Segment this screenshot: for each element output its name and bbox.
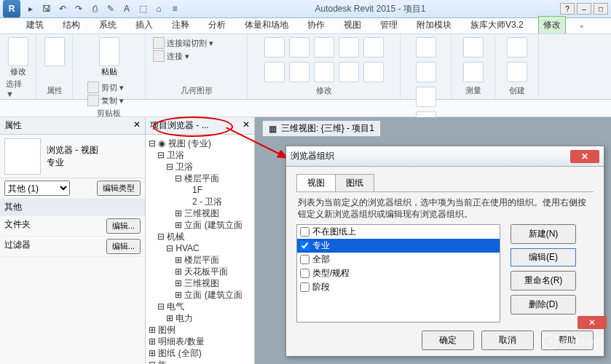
tree-item[interactable]: ⊞ 图纸 (全部) bbox=[149, 347, 251, 359]
m5-icon[interactable] bbox=[363, 37, 384, 58]
tab-modify[interactable]: 修改 bbox=[538, 16, 566, 33]
m1-icon[interactable] bbox=[264, 37, 285, 58]
v2-icon[interactable] bbox=[416, 62, 436, 82]
v1-icon[interactable] bbox=[416, 37, 436, 58]
tab-insert[interactable]: 插入 bbox=[131, 17, 157, 33]
app-logo[interactable]: R bbox=[3, 0, 20, 17]
instance-selector[interactable]: 其他 (1) bbox=[4, 181, 70, 196]
org-option[interactable]: 全部 bbox=[297, 253, 500, 266]
tab-struct[interactable]: 结构 bbox=[58, 17, 84, 33]
m2-icon[interactable] bbox=[289, 37, 310, 58]
org-option[interactable]: 类型/规程 bbox=[297, 266, 500, 280]
save-icon[interactable]: 🖫 bbox=[41, 3, 52, 15]
dialog-tab-sheet[interactable]: 图纸 bbox=[335, 174, 374, 191]
org-option[interactable]: 专业 bbox=[297, 239, 500, 253]
browser-close-icon[interactable]: ✕ bbox=[243, 119, 250, 132]
tab-mass[interactable]: 体量和场地 bbox=[240, 17, 293, 33]
open-icon[interactable]: ▸ bbox=[25, 3, 36, 15]
filters-edit-button[interactable]: 编辑... bbox=[106, 239, 141, 254]
arrow-icon[interactable]: ✎ bbox=[105, 3, 117, 15]
tree-item[interactable]: ⊞ 立面 (建筑立面 bbox=[149, 289, 251, 301]
m7-icon[interactable] bbox=[289, 62, 310, 82]
tree-item[interactable]: ⊟ HVAC bbox=[149, 242, 251, 254]
paste-icon[interactable] bbox=[99, 37, 119, 66]
cr2-icon[interactable] bbox=[507, 62, 527, 82]
m6-icon[interactable] bbox=[264, 62, 285, 82]
cube-icon[interactable]: ⬚ bbox=[137, 3, 149, 15]
tab-analyze[interactable]: 分析 bbox=[204, 17, 230, 33]
tree-item[interactable]: ⊟ 族 bbox=[149, 359, 251, 364]
dialog-tab-view[interactable]: 视图 bbox=[296, 174, 336, 191]
cancel-button[interactable]: 取消 bbox=[481, 331, 534, 350]
help-icon[interactable]: ? bbox=[560, 3, 575, 15]
tree-item[interactable]: ⊞ 立面 (建筑立面 bbox=[149, 219, 251, 231]
tab-sys[interactable]: 系统 bbox=[95, 17, 121, 33]
m8-icon[interactable] bbox=[314, 62, 334, 82]
meas2-icon[interactable] bbox=[463, 62, 484, 82]
print-icon[interactable]: ⎙ bbox=[89, 3, 100, 15]
tree-item[interactable]: 1F bbox=[149, 184, 251, 196]
m4-icon[interactable] bbox=[339, 37, 359, 58]
v3-icon[interactable] bbox=[416, 87, 436, 107]
folder-edit-button[interactable]: 编辑... bbox=[106, 218, 141, 234]
unjoin-button[interactable]: 连接 ▾ bbox=[153, 50, 240, 62]
org-option[interactable]: 阶段 bbox=[297, 280, 500, 294]
new-button[interactable]: 新建(N) bbox=[511, 224, 576, 244]
props-icon[interactable] bbox=[44, 37, 65, 66]
help-button[interactable]: 帮助 bbox=[541, 331, 594, 350]
m9-icon[interactable] bbox=[339, 62, 359, 82]
meas1-icon[interactable] bbox=[463, 37, 484, 58]
view-tab[interactable]: ▦ 三维视图: {三维} - 项目1 bbox=[262, 120, 381, 137]
tree-item[interactable]: ⊟ 卫浴 bbox=[149, 161, 251, 173]
tree-item[interactable]: ⊞ 明细表/数量 bbox=[149, 336, 251, 347]
minimize-icon[interactable]: – bbox=[577, 3, 591, 15]
tree-item[interactable]: ⊞ 三维视图 bbox=[149, 207, 251, 219]
group-modify-label: 修改 bbox=[316, 84, 332, 96]
edit-type-button[interactable]: 编辑类型 bbox=[97, 181, 141, 196]
tab-collab[interactable]: 协作 bbox=[303, 17, 329, 33]
align-icon[interactable]: ≡ bbox=[169, 3, 181, 15]
properties-close-icon[interactable]: ✕ bbox=[133, 119, 141, 132]
tree-item[interactable]: ⊞ 三维视图 bbox=[149, 277, 251, 289]
delete-button[interactable]: 删除(D) bbox=[511, 295, 576, 314]
home-icon[interactable]: ⌂ bbox=[153, 3, 165, 15]
browser-tree[interactable]: ⊟ ◉ 视图 (专业) ⊟ 卫浴 ⊟ 卫浴 ⊟ 楼层平面 1F 2 - 卫浴 ⊞… bbox=[146, 135, 254, 364]
org-list[interactable]: 不在图纸上专业全部类型/规程阶段 bbox=[296, 224, 500, 323]
tab-extra-icon[interactable]: ▫ bbox=[576, 19, 588, 33]
tree-item[interactable]: ⊞ 天花板平面 bbox=[149, 266, 251, 277]
tree-item[interactable]: ⊞ 电力 bbox=[149, 312, 251, 324]
tree-item[interactable]: ⊞ 图例 bbox=[149, 324, 251, 336]
tab-view[interactable]: 视图 bbox=[339, 17, 366, 33]
undo-icon[interactable]: ↶ bbox=[57, 3, 68, 15]
org-option[interactable]: 不在图纸上 bbox=[297, 225, 500, 239]
tab-annot[interactable]: 注释 bbox=[167, 17, 194, 33]
cr1-icon[interactable] bbox=[507, 37, 527, 58]
cut-button[interactable]: 剪切 ▾ bbox=[87, 82, 131, 93]
tab-addin[interactable]: 附加模块 bbox=[412, 17, 456, 33]
m10-icon[interactable] bbox=[363, 62, 384, 82]
modify-tool-icon[interactable] bbox=[8, 37, 28, 66]
rename-button[interactable]: 重命名(R) bbox=[511, 271, 576, 290]
tree-item[interactable]: ⊟ 卫浴 bbox=[149, 149, 251, 161]
copy-button[interactable]: 复制 ▾ bbox=[87, 95, 131, 106]
tree-item[interactable]: ⊞ 楼层平面 bbox=[149, 254, 251, 266]
window-controls: ? – □ bbox=[560, 3, 608, 15]
group-create-label: 创建 bbox=[509, 84, 525, 96]
tree-item[interactable]: ⊟ 楼层平面 bbox=[149, 173, 251, 184]
dialog-close-icon[interactable]: ✕ bbox=[570, 150, 599, 163]
m3-icon[interactable] bbox=[314, 37, 334, 58]
join-cut-button[interactable]: 连接端切割 ▾ bbox=[153, 37, 240, 49]
tree-item[interactable]: ⊟ 机械 bbox=[149, 231, 251, 242]
ok-button[interactable]: 确定 bbox=[422, 331, 474, 350]
tab-arch[interactable]: 建筑 bbox=[22, 17, 48, 33]
tab-famlib[interactable]: 族库大师V3.2 bbox=[466, 17, 528, 33]
tree-item[interactable]: ⊟ 电气 bbox=[149, 301, 251, 312]
tree-item[interactable]: ⊟ ◉ 视图 (专业) bbox=[149, 138, 251, 149]
edit-button[interactable]: 编辑(E) bbox=[511, 248, 576, 266]
maximize-icon[interactable]: □ bbox=[594, 3, 608, 15]
secondary-close-icon[interactable]: ✕ bbox=[578, 316, 607, 329]
text-icon[interactable]: A bbox=[121, 3, 133, 15]
tab-manage[interactable]: 管理 bbox=[376, 17, 402, 33]
redo-icon[interactable]: ↷ bbox=[73, 3, 84, 15]
tree-item[interactable]: 2 - 卫浴 bbox=[149, 196, 251, 207]
